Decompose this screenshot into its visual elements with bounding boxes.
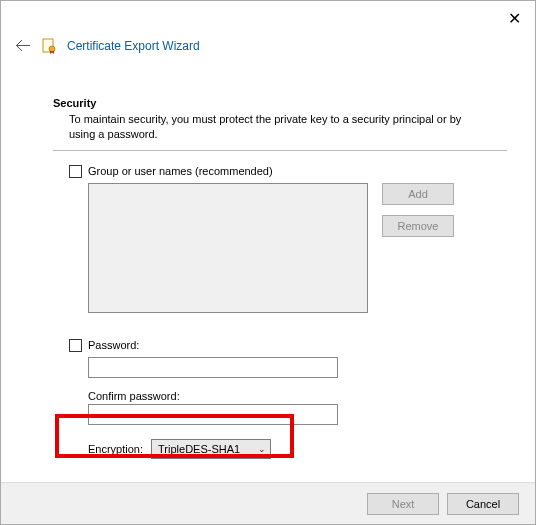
encryption-label: Encryption: <box>88 443 143 455</box>
remove-button[interactable]: Remove <box>382 215 454 237</box>
group-names-label: Group or user names (recommended) <box>88 165 273 177</box>
footer-bar: Next Cancel <box>1 482 535 524</box>
wizard-header: 🡠 Certificate Export Wizard <box>1 1 535 55</box>
password-block: Password: <box>69 339 507 378</box>
encryption-block: Encryption: TripleDES-SHA1 ⌄ <box>88 439 507 459</box>
section-description: To maintain security, you must protect t… <box>53 112 507 142</box>
add-button[interactable]: Add <box>382 183 454 205</box>
cancel-button[interactable]: Cancel <box>447 493 519 515</box>
close-icon[interactable]: ✕ <box>508 9 521 28</box>
principals-row: Add Remove <box>69 183 507 313</box>
next-button[interactable]: Next <box>367 493 439 515</box>
confirm-password-input[interactable] <box>88 404 338 425</box>
form-area: Group or user names (recommended) Add Re… <box>53 165 507 459</box>
confirm-block: Confirm password: <box>69 390 507 425</box>
principals-listbox[interactable] <box>88 183 368 313</box>
certificate-icon <box>41 38 57 54</box>
wizard-title: Certificate Export Wizard <box>67 39 200 53</box>
password-input[interactable] <box>88 357 338 378</box>
content-area: Security To maintain security, you must … <box>1 55 535 459</box>
password-label: Password: <box>88 339 139 351</box>
encryption-select[interactable]: TripleDES-SHA1 ⌄ <box>151 439 271 459</box>
encryption-value: TripleDES-SHA1 <box>158 443 240 455</box>
chevron-down-icon: ⌄ <box>258 444 266 454</box>
confirm-password-label: Confirm password: <box>88 390 507 402</box>
group-names-checkbox[interactable] <box>69 165 82 178</box>
divider <box>53 150 507 151</box>
back-arrow-icon[interactable]: 🡠 <box>15 37 31 55</box>
section-heading: Security <box>53 97 507 109</box>
password-checkbox[interactable] <box>69 339 82 352</box>
password-row: Password: <box>69 339 507 352</box>
principals-buttons: Add Remove <box>382 183 454 237</box>
group-names-row: Group or user names (recommended) <box>69 165 507 178</box>
